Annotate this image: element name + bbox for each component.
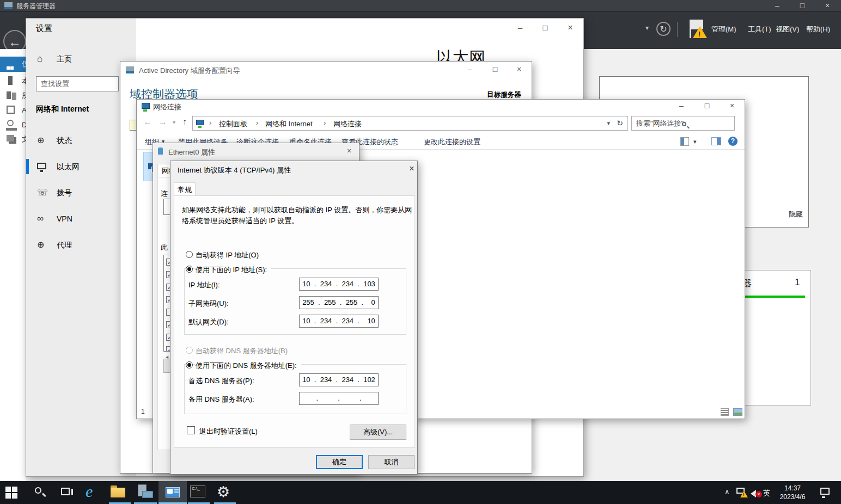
sidebar-item-dns[interactable]: D: [0, 118, 26, 132]
hide-link[interactable]: 隐藏: [789, 210, 803, 219]
tray-ime-indicator[interactable]: 英: [763, 488, 770, 498]
minimize-icon[interactable]: –: [512, 23, 528, 32]
validate-checkbox[interactable]: [187, 426, 195, 434]
advanced-button[interactable]: 高级(V)...: [350, 425, 406, 440]
chevron-down-icon[interactable]: ▾: [645, 24, 649, 32]
minimize-icon[interactable]: –: [462, 65, 478, 73]
view-caret-icon[interactable]: ▾: [693, 138, 697, 145]
breadcrumb-leaf[interactable]: 网络连接: [333, 119, 362, 129]
default-gateway-field[interactable]: 10 . 234 . 234 . 10: [299, 315, 379, 328]
sidebar-item-file-storage[interactable]: 文: [0, 132, 26, 146]
tray-volume-muted-icon[interactable]: ×: [751, 487, 763, 498]
local-server-icon: [8, 76, 13, 85]
ie-icon: e: [86, 482, 93, 500]
radio-manual-ip-label[interactable]: 使用下面的 IP 地址(S):: [196, 265, 271, 275]
radio-manual-dns-label[interactable]: 使用下面的 DNS 服务器地址(E):: [196, 361, 301, 371]
radio-auto-ip[interactable]: [186, 251, 193, 258]
preferred-dns-field[interactable]: 10 . 234 . 234 . 102: [299, 373, 379, 386]
target-server-label: 目标服务器: [487, 90, 521, 100]
ethernet-icon-leg: [40, 170, 43, 172]
radio-auto-dns[interactable]: [186, 347, 193, 354]
server-manager-app-icon: [4, 2, 13, 9]
radio-auto-ip-label[interactable]: 自动获得 IP 地址(O): [196, 250, 259, 260]
maximize-icon[interactable]: □: [699, 101, 715, 110]
close-icon[interactable]: ×: [562, 23, 578, 33]
sidebar-item-local-server[interactable]: 本: [0, 74, 26, 88]
tray-clock[interactable]: 14:37 2023/4/6: [773, 484, 812, 501]
minimize-icon[interactable]: –: [673, 101, 690, 110]
taskbar-search-button[interactable]: [34, 486, 47, 499]
menu-help[interactable]: 帮助(H): [806, 24, 830, 34]
close-icon[interactable]: ×: [341, 146, 357, 155]
breadcrumb-root[interactable]: 控制面板: [219, 119, 247, 129]
thumbnail-view-icon[interactable]: [733, 408, 742, 416]
menu-manage[interactable]: 管理(M): [711, 24, 736, 34]
network-warning-exclamation: !: [743, 492, 745, 497]
close-icon[interactable]: ×: [404, 164, 420, 174]
explorer-search-input[interactable]: 搜索"网络连接": [631, 116, 735, 131]
toolbar-change-settings[interactable]: 更改此连接的设置: [424, 137, 480, 147]
tray-chevron-icon[interactable]: ∧: [724, 488, 730, 496]
preview-pane-icon[interactable]: [711, 137, 721, 145]
alternate-dns-field[interactable]: . . .: [299, 392, 379, 405]
ip-address-field[interactable]: 10 . 234 . 234 . 103: [299, 278, 379, 291]
help-icon[interactable]: ?: [728, 137, 738, 146]
history-caret-icon[interactable]: ▾: [173, 119, 175, 125]
control-panel-icon-chart: [167, 489, 173, 494]
gear-icon: ⚙: [217, 484, 230, 500]
refresh-icon[interactable]: ↻: [656, 22, 671, 36]
network-window-title: 网络连接: [153, 102, 181, 112]
close-icon[interactable]: ×: [724, 101, 740, 110]
tab-general[interactable]: 常规: [174, 182, 196, 196]
action-center-tail: [822, 496, 825, 498]
action-center-icon[interactable]: [820, 488, 831, 497]
sidebar-item-ad-ds[interactable]: A: [0, 103, 26, 118]
breadcrumb[interactable]: › 控制面板 › 网络和 Internet › 网络连接 ▾ ↻: [192, 116, 628, 131]
file-explorer-button[interactable]: [111, 485, 127, 500]
close-icon[interactable]: ×: [819, 1, 836, 10]
tray-network-icon[interactable]: !: [736, 488, 748, 499]
address-dropdown-icon[interactable]: ▾: [607, 120, 610, 127]
mute-badge: ×: [755, 491, 762, 497]
sidebar-item-dashboard[interactable]: 仪: [0, 57, 26, 72]
server-manager-button[interactable]: [137, 484, 155, 501]
command-prompt-button[interactable]: C:\_: [190, 485, 206, 500]
subnet-mask-field[interactable]: 255 . 255 . 255 . 0: [299, 296, 379, 309]
up-icon[interactable]: ↑: [182, 117, 187, 127]
forward-icon[interactable]: →: [159, 117, 167, 127]
view-tiles-icon[interactable]: [680, 137, 689, 146]
radio-auto-dns-label[interactable]: 自动获得 DNS 服务器地址(B): [196, 346, 288, 356]
start-button[interactable]: [5, 486, 20, 499]
maximize-icon[interactable]: □: [487, 65, 503, 73]
breadcrumb-location-icon: [196, 120, 204, 125]
menu-view[interactable]: 视图(V): [776, 24, 799, 34]
internet-explorer-button[interactable]: e: [86, 482, 102, 502]
settings-gear-button[interactable]: ⚙: [217, 483, 234, 502]
maximize-icon[interactable]: □: [537, 23, 553, 32]
sidebar-item-all-servers[interactable]: 所: [0, 89, 26, 103]
details-view-icon[interactable]: [721, 408, 729, 416]
minimize-icon[interactable]: –: [769, 1, 785, 10]
active-app-button[interactable]: [159, 481, 187, 504]
search-placeholder: 搜索"网络连接": [636, 119, 684, 127]
sidebar-item-label: 所: [22, 89, 26, 103]
validate-checkbox-label[interactable]: 退出时验证设置(L): [199, 427, 258, 437]
radio-manual-dns[interactable]: [186, 361, 193, 368]
back-icon[interactable]: ←: [143, 117, 152, 127]
task-view-button[interactable]: [60, 487, 73, 499]
sidebar-item-label: VPN: [57, 207, 72, 231]
radio-manual-ip[interactable]: [186, 266, 193, 273]
close-icon[interactable]: ×: [511, 65, 527, 73]
search-placeholder: 查找设置: [41, 79, 69, 88]
menu-tools[interactable]: 工具(T): [748, 24, 771, 34]
settings-search-input[interactable]: 查找设置: [36, 76, 119, 91]
ok-button[interactable]: 确定: [316, 455, 363, 469]
maximize-icon[interactable]: □: [794, 1, 810, 10]
folder-icon: [111, 488, 125, 497]
tile-count: 1: [795, 277, 800, 288]
ad-ds-icon: [7, 106, 15, 114]
cancel-button[interactable]: 取消: [368, 455, 415, 469]
address-refresh-icon[interactable]: ↻: [617, 119, 623, 127]
breadcrumb-mid[interactable]: 网络和 Internet: [265, 119, 313, 129]
description-line1: 如果网络支持此功能，则可以获取自动指派的 IP 设置。否则，你需要从网: [182, 205, 412, 215]
